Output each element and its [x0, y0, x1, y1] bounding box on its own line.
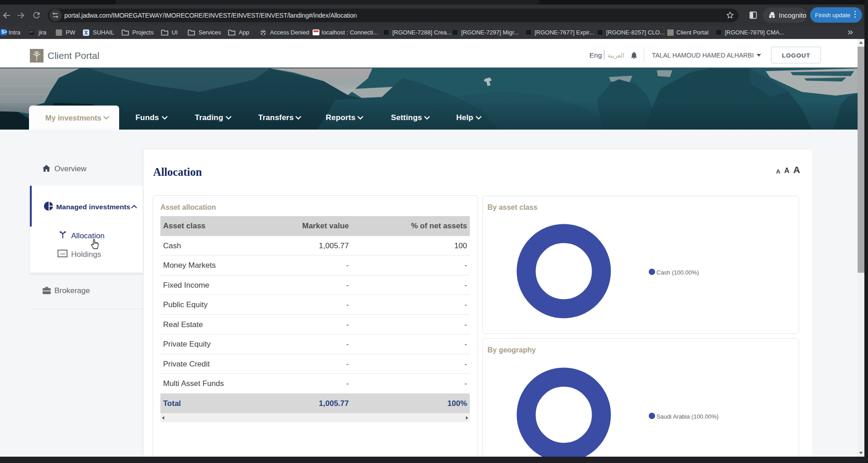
svg-text:100: 100: [60, 252, 66, 256]
